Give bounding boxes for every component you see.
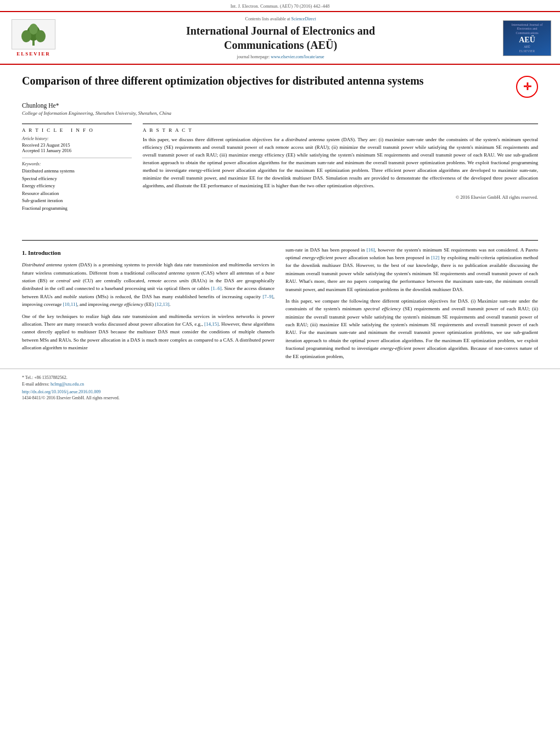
abstract-text: In this paper, we discuss three differen… xyxy=(143,136,538,190)
ref-7-9: [7–9] xyxy=(262,294,273,299)
footer-tel: * Tel.: +86 13537882562. xyxy=(22,375,538,381)
footer: * Tel.: +86 13537882562. E-mail address:… xyxy=(0,369,560,404)
aeu-top-text: International Journal ofElectronics andC… xyxy=(512,23,542,36)
aeu-logo-box: International Journal ofElectronics andC… xyxy=(503,20,551,56)
author-text: Chunlong He* xyxy=(22,102,59,109)
ref-1-6: [1–6] xyxy=(211,286,222,291)
section1-title: 1. Introduction xyxy=(22,248,275,258)
aeu-sub-text: AEÜ xyxy=(524,45,530,49)
keyword-2: Spectral efficiency xyxy=(22,175,132,183)
crossmark-icon: ✛ xyxy=(523,81,531,93)
ref-12: [12] xyxy=(431,255,439,260)
elsevier-tree-icon xyxy=(12,19,55,49)
title-section: Comparison of three different optimizati… xyxy=(22,74,538,98)
journal-header: ELSEVIER Contents lists available at Sci… xyxy=(0,11,560,65)
tel-text: * Tel.: +86 13537882562. xyxy=(22,375,68,380)
contents-line: Contents lists available at ScienceDirec… xyxy=(64,16,497,21)
keyword-5: Sub-gradient iteration xyxy=(22,197,132,205)
body-para-3: sum-rate in DAS has been proposed in [16… xyxy=(285,246,538,293)
abstract-heading: A B S T R A C T xyxy=(143,127,538,133)
body-col-right: sum-rate in DAS has been proposed in [16… xyxy=(285,246,538,364)
ref-10-11: [10,11] xyxy=(63,302,77,307)
article-history-label: Article history: xyxy=(22,136,132,141)
footer-issn: 1434-8411/© 2016 Elsevier GmbH. All righ… xyxy=(22,395,538,400)
journal-title: International Journal of Electronics and… xyxy=(64,24,497,52)
info-abstract-cols: A R T I C L E I N F O Article history: R… xyxy=(22,124,538,217)
journal-ref: Int. J. Electron. Commun. (AEÜ) 70 (2016… xyxy=(231,3,330,9)
aeu-title: AEÜ xyxy=(519,36,535,44)
keywords-label: Keywords: xyxy=(22,161,132,166)
homepage-line: journal homepage: www.elsevier.com/locat… xyxy=(64,54,497,59)
elsevier-label: ELSEVIER xyxy=(16,51,51,57)
keyword-1: Distributed antenna systems xyxy=(22,168,132,175)
contents-label: Contents lists available at xyxy=(245,16,290,21)
info-divider xyxy=(22,158,132,158)
page: Int. J. Electron. Commun. (AEÜ) 70 (2016… xyxy=(0,0,560,742)
body-para-4: In this paper, we compare the following … xyxy=(285,297,538,360)
keyword-6: Fractional programming xyxy=(22,205,132,213)
body-col-left: 1. Introduction Distributed antenna syst… xyxy=(22,246,275,364)
received-date: Received 23 August 2015 xyxy=(22,142,132,148)
elsevier-logo: ELSEVIER xyxy=(9,19,58,57)
author-name: Chunlong He* xyxy=(22,102,538,109)
body-para-1: Distributed antenna system (DAS) is a pr… xyxy=(22,261,275,308)
keyword-4: Resource allocation xyxy=(22,190,132,198)
journal-meta: Int. J. Electron. Commun. (AEÜ) 70 (2016… xyxy=(0,0,560,11)
sciencedirect-link[interactable]: ScienceDirect xyxy=(292,16,316,21)
keywords-block: Keywords: Distributed antenna systems Sp… xyxy=(22,161,132,213)
homepage-url[interactable]: www.elsevier.com/locate/aeue xyxy=(271,54,324,59)
body-divider xyxy=(22,240,538,241)
article-info-col: A R T I C L E I N F O Article history: R… xyxy=(22,124,132,217)
article-title: Comparison of three different optimizati… xyxy=(22,74,505,88)
footer-doi[interactable]: http://dx.doi.org/10.1016/j.aeue.2016.01… xyxy=(22,389,538,394)
ref-12-13: [12,13] xyxy=(155,302,169,307)
ref-16: [16] xyxy=(367,247,375,253)
ref-14-15: [14,15] xyxy=(204,321,219,327)
abstract-col: A B S T R A C T In this paper, we discus… xyxy=(143,124,538,217)
keywords-list: Distributed antenna systems Spectral eff… xyxy=(22,168,132,213)
accepted-date: Accepted 11 January 2016 xyxy=(22,148,132,153)
affiliation: College of Information Engineering, Shen… xyxy=(22,110,538,116)
copyright-text: © 2016 Elsevier GmbH. All rights reserve… xyxy=(143,194,538,200)
svg-point-4 xyxy=(29,24,38,35)
article-history-block: Article history: Received 23 August 2015… xyxy=(22,136,132,153)
article-info-heading: A R T I C L E I N F O xyxy=(22,127,132,133)
footer-email: E-mail address: hclmg@szu.edu.cn xyxy=(22,381,538,388)
crossmark-badge: ✛ xyxy=(516,76,538,98)
email-address[interactable]: hclmg@szu.edu.cn xyxy=(51,382,84,387)
journal-center: Contents lists available at ScienceDirec… xyxy=(58,16,503,59)
homepage-label: journal homepage: xyxy=(237,54,270,59)
body-para-2: One of the key techniques to realize hig… xyxy=(22,313,275,352)
email-label: E-mail address: xyxy=(22,382,49,387)
article-content: Comparison of three different optimizati… xyxy=(0,65,560,235)
aeu-elsevier-text: ELSEVIER xyxy=(519,49,535,53)
keyword-3: Energy efficiency xyxy=(22,182,132,190)
body-columns: 1. Introduction Distributed antenna syst… xyxy=(0,246,560,364)
